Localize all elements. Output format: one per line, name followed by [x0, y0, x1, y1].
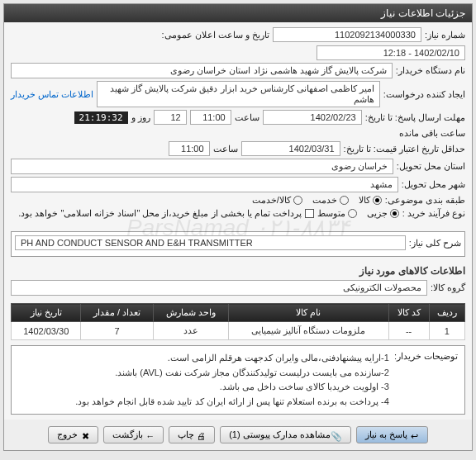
radio-medium-label: متوسط	[317, 208, 345, 219]
exit-icon: ✖	[81, 431, 89, 439]
back-label: بازگشت	[112, 429, 143, 440]
radio-both[interactable]	[293, 196, 302, 205]
goods-section-title: اطلاعات کالاهای مورد نیاز	[4, 262, 472, 280]
countdown: 21:19:32	[74, 111, 128, 124]
col-unit: واحد شمارش	[153, 304, 228, 322]
buyer-desc-label: توضیحات خریدار:	[394, 351, 458, 409]
class-radio-group: کالا خدمت کالا/خدمت	[252, 195, 382, 206]
pay-note: پرداخت تمام یا بخشی از مبلغ خرید،از محل …	[18, 208, 302, 219]
ann-date-label: تاریخ و ساعت اعلان عمومی:	[162, 30, 269, 40]
cell-qty: 7	[81, 322, 153, 340]
cell-name: ملزومات دستگاه آنالیز شیمیایی	[228, 322, 388, 340]
attachments-label: مشاهده مدارک پیوستی (1)	[229, 429, 331, 440]
need-title-label: شرح کلی نیاز:	[409, 238, 461, 249]
button-bar: ↩ پاسخ به نیاز 📎 مشاهده مدارک پیوستی (1)…	[4, 420, 472, 450]
radio-service-label: خدمت	[312, 195, 337, 206]
exit-button[interactable]: ✖ خروج	[48, 426, 98, 443]
radio-goods[interactable]	[373, 196, 382, 205]
print-button[interactable]: 🖨 چاپ	[169, 426, 215, 443]
deadline-hr: 11:00	[190, 110, 231, 125]
buyer-label: نام دستگاه خریدار:	[396, 65, 465, 76]
buyer-desc-text: 1-ارایه پیشنهادفنی،مالی وایران کدجهت هرق…	[75, 351, 389, 409]
radio-partial-label: جزیی	[367, 208, 388, 219]
buyer-value: شرکت پالایش گاز شهید هاشمی نژاد استان خر…	[11, 63, 393, 78]
rooz-va: روز و	[131, 112, 150, 123]
buy-type-label: نوع فرآیند خرید :	[402, 208, 465, 219]
deadline-date: 1402/02/23	[263, 110, 362, 125]
goods-table: ردیف کد کالا نام کالا واحد شمارش تعداد /…	[11, 303, 465, 340]
col-code: کد کالا	[388, 304, 429, 322]
req-no-label: شماره نیاز:	[425, 30, 465, 40]
buyer-desc-box: توضیحات خریدار: 1-ارایه پیشنهادفنی،مالی …	[11, 345, 465, 415]
treasury-checkbox[interactable]	[305, 209, 314, 218]
col-qty: تعداد / مقدار	[81, 304, 153, 322]
saat1: ساعت	[235, 112, 259, 123]
col-name: نام کالا	[228, 304, 388, 322]
saat2: ساعت	[213, 144, 238, 154]
city-value: مشهد	[11, 177, 398, 192]
reply-icon: ↩	[411, 431, 419, 439]
radio-both-label: کالا/خدمت	[252, 195, 291, 206]
ann-date-value: 1402/02/10 - 12:18	[317, 45, 465, 60]
price-valid-label: حداقل تاریخ اعتبار قیمت: تا تاریخ:	[344, 144, 465, 154]
province-value: خراسان رضوی	[11, 159, 393, 174]
table-row[interactable]: 1 -- ملزومات دستگاه آنالیز شیمیایی عدد 7…	[12, 322, 465, 340]
cell-row: 1	[429, 322, 464, 340]
contact-link[interactable]: اطلاعات تماس خریدار	[11, 89, 93, 100]
back-button[interactable]: ← بازگشت	[103, 426, 164, 443]
exit-label: خروج	[57, 429, 78, 440]
panel-title: جزئیات اطلاعات نیاز	[4, 4, 472, 22]
city-label: شهر محل تحویل:	[402, 179, 465, 190]
main-panel: جزئیات اطلاعات نیاز شماره نیاز: 11020921…	[3, 3, 473, 451]
back-icon: ←	[146, 431, 155, 439]
buy-type-group: جزیی متوسط	[317, 208, 399, 219]
creator-value: امیر کاظمی اصفهانی کارشناس خرید ابزار دق…	[97, 81, 380, 107]
col-date: تاریخ نیاز	[12, 304, 81, 322]
remain-label: ساعت باقی مانده	[399, 128, 465, 139]
deadline-label: مهلت ارسال پاسخ: تا تاریخ:	[365, 112, 465, 123]
province-label: استان محل تحویل:	[397, 161, 465, 172]
need-title-panel: شرح کلی نیاز: PH AND CONDUCT SENSOR AND …	[11, 231, 465, 257]
attachments-button[interactable]: 📎 مشاهده مدارک پیوستی (1)	[220, 426, 351, 443]
respond-label: پاسخ به نیاز	[365, 429, 407, 440]
deadline-days: 12	[154, 110, 187, 125]
group-value: محصولات الکترونیکی	[11, 280, 427, 296]
print-icon: 🖨	[198, 431, 206, 439]
radio-partial[interactable]	[390, 209, 399, 218]
radio-service[interactable]	[340, 196, 349, 205]
cell-unit: عدد	[153, 322, 228, 340]
print-label: چاپ	[178, 429, 194, 440]
group-label: گروه کالا:	[431, 282, 465, 293]
price-valid-date: 1402/03/31	[241, 141, 340, 156]
radio-goods-label: کالا	[359, 195, 370, 206]
need-title-value: PH AND CONDUCT SENSOR AND E&H TRANSMITTE…	[15, 235, 406, 250]
attachment-icon: 📎	[334, 431, 342, 439]
req-no-value: 1102092134000330	[273, 27, 421, 42]
radio-medium[interactable]	[348, 209, 357, 218]
respond-button[interactable]: ↩ پاسخ به نیاز	[356, 426, 428, 443]
creator-label: ایجاد کننده درخواست:	[383, 89, 465, 100]
form-area: شماره نیاز: 1102092134000330 تاریخ و ساع…	[4, 22, 472, 226]
class-label: طبقه بندی موضوعی:	[385, 195, 465, 206]
price-valid-hr: 11:00	[169, 141, 210, 156]
cell-code: --	[388, 322, 429, 340]
col-row: ردیف	[429, 304, 464, 322]
cell-date: 1402/03/30	[12, 322, 81, 340]
